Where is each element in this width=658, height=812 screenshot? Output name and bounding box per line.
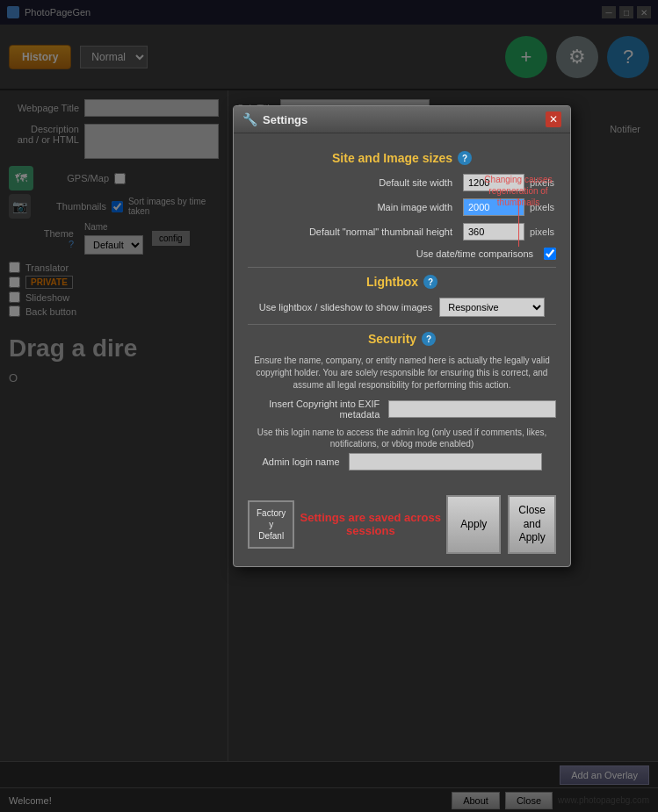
admin-login-label: Admin login name	[262, 456, 339, 467]
use-date-row: Use date/time comparisons	[248, 248, 556, 260]
factory-defaults-button[interactable]: Factory y Defanl	[248, 500, 294, 549]
arrow-line	[518, 198, 519, 247]
admin-login-input[interactable]	[349, 453, 542, 471]
default-thumb-height-input[interactable]	[463, 223, 524, 241]
dialog-title-bar: 🔧 Settings ✕	[234, 106, 570, 133]
lightbox-heading: Lightbox ?	[248, 275, 556, 289]
site-image-heading-text: Site and Image sizes	[332, 151, 452, 165]
use-date-checkbox[interactable]	[544, 248, 556, 260]
settings-dialog: 🔧 Settings ✕ Site and Image sizes ? Defa…	[233, 105, 571, 567]
pixels-label-3: pixels	[530, 226, 556, 237]
dialog-icon: 🔧	[242, 112, 257, 126]
admin-login-row: Admin login name	[248, 453, 556, 471]
dialog-body: Site and Image sizes ? Default site widt…	[234, 133, 570, 488]
security-heading-text: Security	[368, 332, 416, 346]
security-help-icon[interactable]: ?	[422, 332, 436, 346]
lightbox-heading-text: Lightbox	[366, 275, 418, 289]
default-thumb-height-label: Default "normal" thumbnail height	[248, 226, 458, 237]
dialog-footer: Factory y Defanl Settings are saved acro…	[234, 488, 570, 566]
security-note: Ensure the name, company, or entity name…	[248, 355, 556, 392]
divider-2	[248, 324, 556, 325]
lightbox-row: Use lightbox / slideshow to show images …	[248, 298, 556, 317]
site-image-heading: Site and Image sizes ?	[248, 151, 556, 165]
copyright-row: Insert Copyright into EXIF metadata	[248, 399, 556, 420]
use-date-label: Use date/time comparisons	[248, 248, 539, 259]
site-settings-wrapper: Default site width 1200 pixels Main imag…	[248, 174, 556, 260]
dialog-close-button[interactable]: ✕	[546, 111, 561, 127]
close-apply-button[interactable]: Close and Apply	[508, 495, 556, 554]
dialog-title: Settings	[263, 113, 307, 126]
default-thumb-height-row: Default "normal" thumbnail height pixels	[248, 223, 556, 241]
lightbox-select[interactable]: Responsive Simple None	[439, 298, 545, 317]
admin-login-note: Use this login name to access the admin …	[248, 427, 556, 449]
dialog-title-text: 🔧 Settings	[242, 112, 307, 126]
lightbox-help-icon[interactable]: ?	[423, 275, 437, 289]
default-site-width-label: Default site width	[248, 177, 458, 188]
saved-text-wrapper: Settings are saved across sessions	[294, 511, 446, 537]
copyright-label: Insert Copyright into EXIF metadata	[248, 399, 380, 420]
dialog-action-buttons: Apply Close and Apply	[446, 495, 556, 554]
saved-text: Settings are saved across sessions	[300, 511, 441, 537]
security-heading: Security ?	[248, 332, 556, 346]
apply-button[interactable]: Apply	[446, 495, 501, 554]
copyright-input[interactable]	[388, 400, 556, 418]
divider-1	[248, 267, 556, 268]
lightbox-label: Use lightbox / slideshow to show images	[259, 302, 432, 313]
site-image-help-icon[interactable]: ?	[458, 151, 472, 165]
main-image-width-label: Main image width	[248, 202, 458, 212]
